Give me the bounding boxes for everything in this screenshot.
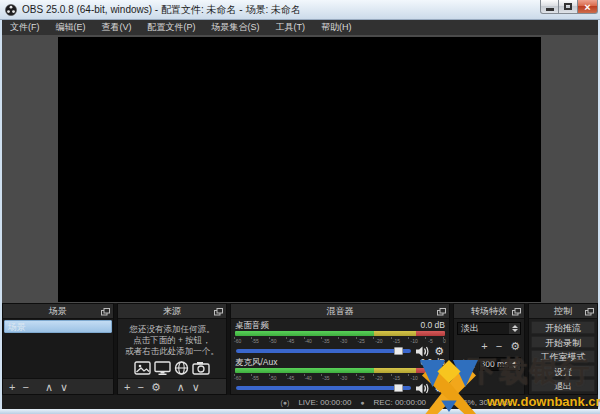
menu-help[interactable]: 帮助(H) (313, 20, 360, 35)
meter-scale: -60-55-50-45-40-35-30-25-20-15-10-50 (231, 337, 449, 344)
mixer-panel: 混音器 桌面音频 0.0 dB -60-55-50-45-40-35-30-25… (230, 303, 450, 395)
sources-empty-area[interactable]: 您还没有添加任何源。 点击下面的 + 按钮， 或者右击此处添加一个。 (118, 319, 226, 378)
menu-view[interactable]: 查看(V) (94, 20, 140, 35)
tick-label: -5 (428, 337, 432, 344)
tick-label: -45 (287, 337, 294, 344)
menu-bar: 文件(F) 编辑(E) 查看(V) 配置文件(P) 场景集合(S) 工具(T) … (2, 20, 598, 35)
sources-hint-line: 或者右击此处添加一个。 (118, 346, 226, 357)
scene-up-button[interactable]: ∧ (45, 379, 53, 395)
volume-meter (235, 368, 445, 373)
remove-source-button[interactable]: − (137, 379, 143, 395)
popout-icon[interactable] (437, 308, 446, 316)
scene-down-button[interactable]: ∨ (60, 379, 68, 395)
sources-panel: 来源 您还没有添加任何源。 点击下面的 + 按钮， 或者右击此处添加一个。 (117, 303, 227, 395)
title-bar[interactable]: OBS 25.0.8 (64-bit, windows) - 配置文件: 未命名… (0, 0, 600, 20)
transitions-header[interactable]: 转场特效 (454, 304, 524, 319)
transition-selected: 淡出 (458, 322, 509, 335)
tick-label: -35 (322, 374, 329, 381)
volume-slider[interactable] (236, 383, 411, 393)
start-streaming-button[interactable]: 开始推流 (531, 321, 595, 334)
downbank-logo-icon (420, 358, 478, 414)
transition-select[interactable]: 淡出 (457, 322, 521, 335)
slider-handle[interactable] (394, 384, 403, 392)
sources-title: 来源 (163, 305, 181, 318)
tick-label: -20 (375, 374, 382, 381)
tick-label: -50 (269, 374, 276, 381)
tick-label: -25 (358, 374, 365, 381)
channel-name: 桌面音频 (235, 320, 269, 330)
volume-slider[interactable] (236, 346, 411, 356)
menu-scene-collection[interactable]: 场景集合(S) (204, 20, 268, 35)
source-up-button[interactable]: ∧ (177, 379, 185, 395)
preview-area (2, 35, 598, 303)
tick-label: 0 (443, 337, 446, 344)
obs-logo-icon (5, 4, 17, 16)
tick-label: -40 (305, 374, 312, 381)
tick-label: -15 (393, 337, 400, 344)
mixer-channel-desktop-audio: 桌面音频 0.0 dB -60-55-50-45-40-35-30-25-20-… (231, 320, 449, 357)
tick-label: -55 (252, 374, 259, 381)
image-icon (134, 361, 151, 375)
tick-label: -35 (322, 337, 329, 344)
start-recording-button[interactable]: 开始录制 (531, 336, 595, 349)
tick-label: -15 (393, 374, 400, 381)
camera-icon (192, 361, 210, 375)
obs-window: OBS 25.0.8 (64-bit, windows) - 配置文件: 未命名… (0, 0, 600, 414)
add-scene-button[interactable]: + (9, 379, 15, 395)
scene-list: 场景 (3, 319, 113, 378)
remove-scene-button[interactable]: − (22, 379, 28, 395)
mixer-channel-mic-aux: 麦克风/Aux 0.0 dB -60-55-50-45-40-35-30-25-… (231, 357, 449, 394)
controls-header[interactable]: 控制 (529, 304, 597, 319)
globe-icon (174, 361, 189, 375)
mixer-header[interactable]: 混音器 (231, 304, 449, 319)
window-controls: × (540, 0, 598, 14)
scenes-panel: 场景 场景 + − ∧ ∨ (2, 303, 114, 395)
popout-icon[interactable] (585, 308, 594, 316)
popout-icon[interactable] (101, 308, 110, 316)
source-down-button[interactable]: ∨ (192, 379, 200, 395)
chevron-up-down-icon (509, 323, 520, 334)
scenes-toolbar: + − ∧ ∨ (3, 378, 113, 394)
channel-name: 麦克风/Aux (235, 357, 278, 367)
popout-icon[interactable] (512, 308, 521, 316)
tick-label: -50 (269, 337, 276, 344)
tick-label: -25 (358, 337, 365, 344)
popout-icon[interactable] (214, 308, 223, 316)
scene-list-item[interactable]: 场景 (4, 320, 112, 333)
meter-scale: -60-55-50-45-40-35-30-25-20-15-10-50 (231, 374, 449, 381)
sources-hint-line: 点击下面的 + 按钮， (118, 335, 226, 346)
scenes-header[interactable]: 场景 (3, 304, 113, 319)
maximize-button[interactable] (559, 0, 577, 14)
watermark-brand-text: 下载银行 (468, 352, 592, 392)
window-title: OBS 25.0.8 (64-bit, windows) - 配置文件: 未命名… (22, 3, 301, 17)
menu-file[interactable]: 文件(F) (2, 20, 48, 35)
sources-toolbar: + − ⚙ ∧ ∨ (118, 378, 226, 394)
controls-title: 控制 (554, 305, 572, 318)
tick-label: -30 (340, 337, 347, 344)
window-border (0, 20, 2, 414)
close-button[interactable]: × (577, 0, 598, 14)
tick-label: -60 (234, 374, 241, 381)
minimize-icon (546, 8, 554, 11)
sources-header[interactable]: 来源 (118, 304, 226, 319)
volume-meter (235, 331, 445, 336)
live-indicator-icon: (●) (281, 399, 290, 406)
tick-label: -30 (340, 374, 347, 381)
preview-canvas[interactable] (58, 37, 541, 302)
menu-tools[interactable]: 工具(T) (268, 20, 314, 35)
source-properties-button[interactable]: ⚙ (151, 379, 161, 395)
speaker-icon[interactable] (416, 346, 429, 357)
live-time: LIVE: 00:00:00 (298, 398, 351, 407)
rec-time: REC: 00:00:00 (374, 398, 426, 407)
minimize-button[interactable] (540, 0, 559, 14)
menu-edit[interactable]: 编辑(E) (48, 20, 94, 35)
tick-label: -60 (234, 337, 241, 344)
slider-handle[interactable] (394, 347, 403, 355)
channel-settings-gear-icon[interactable]: ⚙ (434, 345, 444, 357)
menu-profile[interactable]: 配置文件(P) (140, 20, 204, 35)
tick-label: -40 (305, 337, 312, 344)
add-source-button[interactable]: + (124, 379, 130, 395)
tick-label: -20 (375, 337, 382, 344)
tick-label: -10 (411, 337, 418, 344)
maximize-icon (564, 3, 572, 10)
